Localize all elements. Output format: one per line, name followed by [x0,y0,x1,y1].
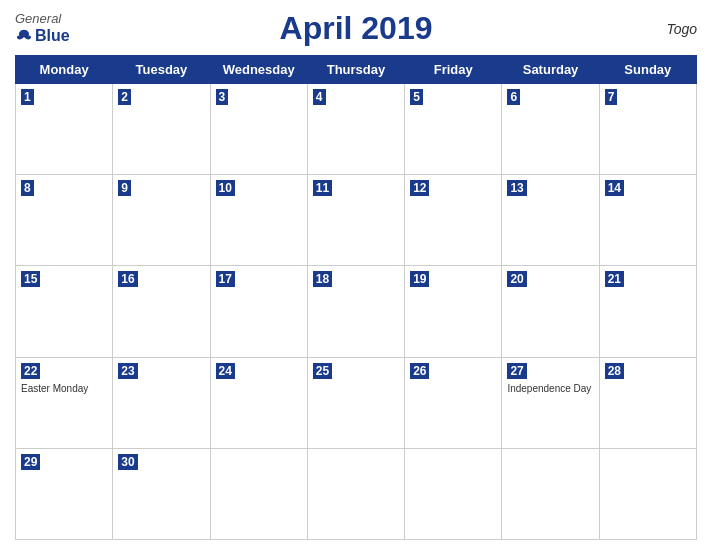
day-number: 7 [605,89,618,105]
calendar-day-cell: 14 [599,175,696,266]
day-number: 5 [410,89,423,105]
calendar-day-cell: 5 [405,84,502,175]
country-label: Togo [666,21,697,37]
calendar-day-cell: 4 [307,84,404,175]
day-number: 23 [118,363,137,379]
calendar-header: General Blue April 2019 Togo [15,10,697,47]
day-number: 2 [118,89,131,105]
calendar-day-cell: 2 [113,84,210,175]
day-number: 26 [410,363,429,379]
logo-general-text: General [15,12,61,26]
calendar-day-cell: 22Easter Monday [16,357,113,448]
day-number: 22 [21,363,40,379]
calendar-day-cell: 16 [113,266,210,357]
calendar-day-cell: 1 [16,84,113,175]
day-number: 14 [605,180,624,196]
calendar-week-row: 891011121314 [16,175,697,266]
day-number: 11 [313,180,332,196]
calendar-day-cell [307,448,404,539]
day-number: 3 [216,89,229,105]
calendar-day-cell: 9 [113,175,210,266]
day-number: 19 [410,271,429,287]
calendar-day-cell [599,448,696,539]
day-number: 16 [118,271,137,287]
calendar-day-cell: 8 [16,175,113,266]
calendar-day-cell: 20 [502,266,599,357]
calendar-day-cell [210,448,307,539]
calendar-week-row: 22Easter Monday2324252627Independence Da… [16,357,697,448]
calendar-day-cell: 7 [599,84,696,175]
day-number: 24 [216,363,235,379]
calendar-day-cell: 10 [210,175,307,266]
day-number: 28 [605,363,624,379]
calendar-table: MondayTuesdayWednesdayThursdayFridaySatu… [15,55,697,540]
calendar-week-row: 1234567 [16,84,697,175]
day-number: 21 [605,271,624,287]
calendar-day-cell: 11 [307,175,404,266]
weekday-header: Monday [16,56,113,84]
day-number: 17 [216,271,235,287]
day-number: 6 [507,89,520,105]
calendar-day-cell: 30 [113,448,210,539]
page-title: April 2019 [280,10,433,47]
logo-blue-text: Blue [15,27,70,45]
day-number: 20 [507,271,526,287]
calendar-day-cell: 21 [599,266,696,357]
logo: General Blue [15,12,70,44]
calendar-day-cell: 24 [210,357,307,448]
weekday-header: Saturday [502,56,599,84]
calendar-day-cell: 28 [599,357,696,448]
calendar-day-cell: 17 [210,266,307,357]
calendar-day-cell: 3 [210,84,307,175]
day-number: 15 [21,271,40,287]
calendar-day-cell: 19 [405,266,502,357]
event-label: Easter Monday [21,383,107,394]
calendar-week-row: 15161718192021 [16,266,697,357]
day-number: 18 [313,271,332,287]
calendar-day-cell: 27Independence Day [502,357,599,448]
day-number: 27 [507,363,526,379]
day-number: 8 [21,180,34,196]
day-number: 25 [313,363,332,379]
weekday-header: Wednesday [210,56,307,84]
calendar-header-row: MondayTuesdayWednesdayThursdayFridaySatu… [16,56,697,84]
calendar-day-cell [502,448,599,539]
weekday-header: Tuesday [113,56,210,84]
day-number: 4 [313,89,326,105]
day-number: 10 [216,180,235,196]
day-number: 29 [21,454,40,470]
calendar-day-cell [405,448,502,539]
weekday-header: Sunday [599,56,696,84]
calendar-day-cell: 15 [16,266,113,357]
day-number: 1 [21,89,34,105]
weekday-header: Friday [405,56,502,84]
calendar-day-cell: 29 [16,448,113,539]
calendar-day-cell: 18 [307,266,404,357]
day-number: 13 [507,180,526,196]
calendar-week-row: 2930 [16,448,697,539]
weekday-header: Thursday [307,56,404,84]
calendar-body: 12345678910111213141516171819202122Easte… [16,84,697,540]
calendar-day-cell: 23 [113,357,210,448]
calendar-day-cell: 13 [502,175,599,266]
calendar-day-cell: 12 [405,175,502,266]
day-number: 9 [118,180,131,196]
day-number: 30 [118,454,137,470]
day-number: 12 [410,180,429,196]
logo-bird-icon [15,27,33,45]
calendar-day-cell: 26 [405,357,502,448]
calendar-day-cell: 25 [307,357,404,448]
calendar-day-cell: 6 [502,84,599,175]
event-label: Independence Day [507,383,593,394]
